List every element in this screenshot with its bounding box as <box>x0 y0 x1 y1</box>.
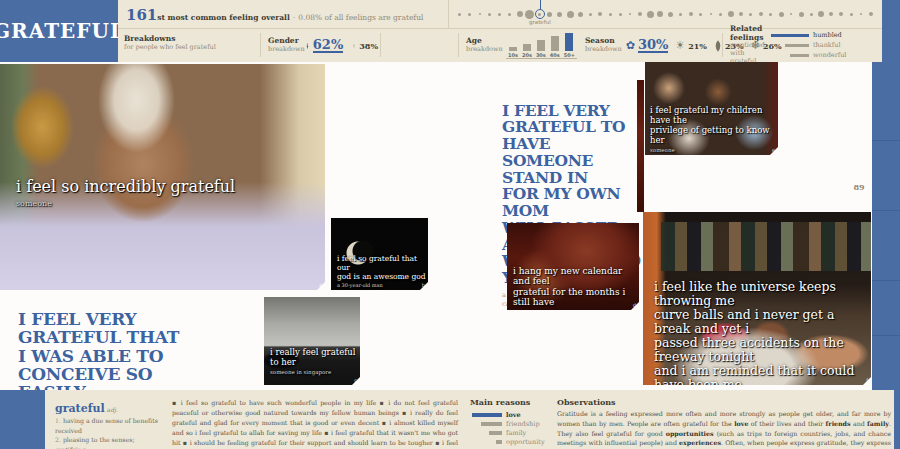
gender-sublabel: breakdown <box>268 46 302 54</box>
breakdowns-subtitle: for people who feel grateful <box>124 44 256 52</box>
dot <box>679 13 682 16</box>
photo-caption: i hang my new calendar and feel grateful… <box>513 255 639 310</box>
season-sublabel: breakdown <box>585 46 622 54</box>
sun-icon: ☀ <box>675 40 685 51</box>
timeline-dot[interactable] <box>716 0 725 28</box>
timeline-dot[interactable] <box>706 0 715 28</box>
breakdowns-row: Breakdowns for people who feel grateful … <box>118 29 885 62</box>
timeline-dot[interactable] <box>686 0 695 28</box>
female-icon <box>306 37 309 55</box>
dot <box>458 13 461 16</box>
timeline-dot[interactable] <box>676 0 685 28</box>
age-bar-label: 20s <box>522 52 532 58</box>
timeline-dot[interactable] <box>485 0 494 28</box>
timeline-dot[interactable] <box>455 0 464 28</box>
timeline-dot[interactable] <box>827 0 836 28</box>
main-reasons-chart: lovefriendshipfamilyopportunity <box>470 410 552 446</box>
timeline-dot[interactable] <box>766 0 775 28</box>
timeline-dot[interactable] <box>495 0 504 28</box>
reason-label: friendship <box>506 420 540 428</box>
timeline-dot[interactable] <box>646 0 655 28</box>
sidebar-tab[interactable] <box>872 62 900 390</box>
selected-ring <box>535 9 545 19</box>
divider <box>260 33 261 57</box>
timeline-dot[interactable] <box>596 0 605 28</box>
timeline-dot[interactable] <box>797 0 806 28</box>
photo-closet[interactable]: i feel like the universe keeps throwing … <box>643 212 871 385</box>
sample-feelings-list: ▪ i feel so grateful to have such wonder… <box>172 398 458 449</box>
reason-label: family <box>506 429 526 437</box>
timeline-dot[interactable] <box>777 0 786 28</box>
dot <box>769 13 772 16</box>
page-number-bubble[interactable]: 89 <box>846 174 872 200</box>
timeline-dot[interactable] <box>696 0 705 28</box>
corner-fold <box>863 377 871 385</box>
bar <box>489 431 502 435</box>
feeling-title-block: GRATEFUL <box>0 0 118 62</box>
leaf-icon <box>712 40 723 51</box>
dot <box>638 12 642 16</box>
timeline-dot[interactable] <box>586 0 595 28</box>
bar <box>771 34 809 37</box>
timeline-dot[interactable] <box>606 0 615 28</box>
timeline-dot[interactable] <box>555 0 564 28</box>
observations: Observations Gratitude is a feeling expr… <box>557 397 891 449</box>
timeline-dot[interactable] <box>465 0 474 28</box>
definition-list: 1.having a due sense of benefits receive… <box>55 416 167 449</box>
male-percentage: 38% <box>359 42 378 50</box>
observations-text: Gratitude is a feeling expressed more of… <box>557 409 891 449</box>
dot <box>498 13 501 16</box>
gender-breakdown: Gender breakdown 62% 38% <box>268 29 378 62</box>
timeline-dot[interactable] <box>475 0 484 28</box>
timeline-dot[interactable] <box>636 0 645 28</box>
photo-sea[interactable]: i really feel grateful to her someone in… <box>264 297 360 385</box>
dot <box>578 12 583 17</box>
timeline-dot[interactable] <box>505 0 514 28</box>
timeline-dot[interactable] <box>576 0 585 28</box>
photo-moon[interactable]: i feel so grateful that our god is an aw… <box>331 218 428 290</box>
timeline-dot[interactable] <box>867 0 876 28</box>
bar <box>785 44 809 47</box>
timeline-dot[interactable] <box>847 0 856 28</box>
timeline-dot[interactable] <box>666 0 675 28</box>
photo-texture <box>661 222 871 270</box>
timeline-dot[interactable] <box>566 0 575 28</box>
timeline-dot[interactable] <box>787 0 796 28</box>
bar <box>472 413 502 417</box>
bar <box>790 54 809 57</box>
feelings-timeline: grateful <box>448 0 882 28</box>
definition-block: gratefuladj. 1.having a due sense of ben… <box>55 397 167 449</box>
photo-family[interactable]: i feel grateful my children have the pri… <box>645 62 778 155</box>
photo-elderly-woman[interactable]: i feel so incredibly grateful someone a <box>0 64 325 290</box>
breakdowns-title: Breakdowns <box>124 29 256 44</box>
photo-caption: i really feel grateful to her someone in… <box>270 337 360 385</box>
sidebar-tab[interactable] <box>882 0 900 62</box>
season-spring: ✿30% <box>626 38 669 53</box>
dot <box>647 11 654 18</box>
bar <box>551 36 559 51</box>
timeline-dot[interactable] <box>807 0 816 28</box>
selected-pointer-line <box>540 0 541 9</box>
dot <box>818 11 824 17</box>
age-bar-chart: 10s20s30s40s50+ <box>506 33 577 59</box>
reason-opportunity: opportunity <box>470 437 552 446</box>
timeline-dot[interactable] <box>545 0 554 28</box>
observations-title: Observations <box>557 397 891 407</box>
timeline-dot[interactable] <box>656 0 665 28</box>
timeline-dot[interactable] <box>857 0 866 28</box>
timeline-dot-selected[interactable]: grateful <box>535 0 544 28</box>
photo-caption: i feel grateful my children have the pri… <box>650 95 778 155</box>
caption-attribution: someone <box>650 147 778 153</box>
dot <box>710 13 712 15</box>
timeline-dot[interactable] <box>616 0 625 28</box>
timeline-dot[interactable] <box>515 0 524 28</box>
page-number: 89 <box>853 182 864 192</box>
bar <box>565 33 573 51</box>
dot <box>589 13 592 16</box>
timeline-dot[interactable] <box>837 0 846 28</box>
timeline-dot[interactable] <box>817 0 826 28</box>
related-title: Related feelings <box>730 25 765 42</box>
photo-calendar[interactable]: i hang my new calendar and feel grateful… <box>507 223 639 310</box>
dot <box>839 12 843 16</box>
timeline-dot[interactable] <box>626 0 635 28</box>
